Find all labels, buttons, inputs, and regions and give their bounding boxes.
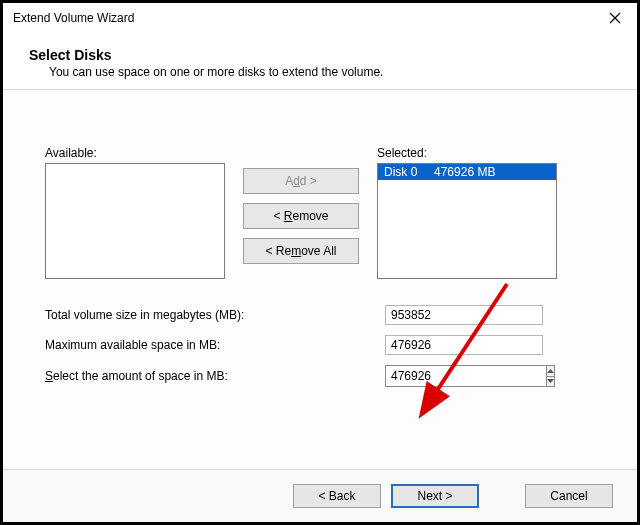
max-space-label: Maximum available space in MB:: [45, 338, 385, 352]
selected-listbox[interactable]: Disk 0 476926 MB: [377, 163, 557, 279]
window-title: Extend Volume Wizard: [13, 11, 593, 25]
chevron-up-icon: [547, 369, 554, 373]
remove-all-button[interactable]: < Remove All: [243, 238, 359, 264]
titlebar: Extend Volume Wizard: [3, 3, 637, 33]
max-space-value: 476926: [385, 335, 543, 355]
chevron-down-icon: [547, 379, 554, 383]
list-item[interactable]: Disk 0 476926 MB: [378, 164, 556, 180]
wizard-content: Available: Add > < Remove < Remove All S…: [3, 90, 637, 469]
selected-column: Selected: Disk 0 476926 MB: [377, 146, 557, 279]
remove-button[interactable]: < Remove: [243, 203, 359, 229]
close-icon: [609, 12, 621, 24]
cancel-button[interactable]: Cancel: [525, 484, 613, 508]
wizard-window: Extend Volume Wizard Select Disks You ca…: [0, 0, 640, 525]
space-spinner: [385, 365, 543, 387]
total-size-value: 953852: [385, 305, 543, 325]
spinner-up-button[interactable]: [546, 365, 555, 377]
space-input[interactable]: [385, 365, 546, 387]
available-listbox[interactable]: [45, 163, 225, 279]
available-column: Available:: [45, 146, 225, 279]
selected-label: Selected:: [377, 146, 557, 160]
next-button[interactable]: Next >: [391, 484, 479, 508]
available-label: Available:: [45, 146, 225, 160]
page-subtitle: You can use space on one or more disks t…: [29, 65, 611, 79]
add-button[interactable]: Add >: [243, 168, 359, 194]
select-space-label: Select the amount of space in MB:: [45, 369, 385, 383]
wizard-footer: < Back Next > Cancel: [3, 469, 637, 522]
total-size-label: Total volume size in megabytes (MB):: [45, 308, 385, 322]
spinner-down-button[interactable]: [546, 377, 555, 388]
wizard-header: Select Disks You can use space on one or…: [3, 33, 637, 89]
close-button[interactable]: [593, 3, 637, 33]
page-title: Select Disks: [29, 47, 611, 63]
transfer-button-column: Add > < Remove < Remove All: [243, 168, 359, 264]
back-button[interactable]: < Back: [293, 484, 381, 508]
